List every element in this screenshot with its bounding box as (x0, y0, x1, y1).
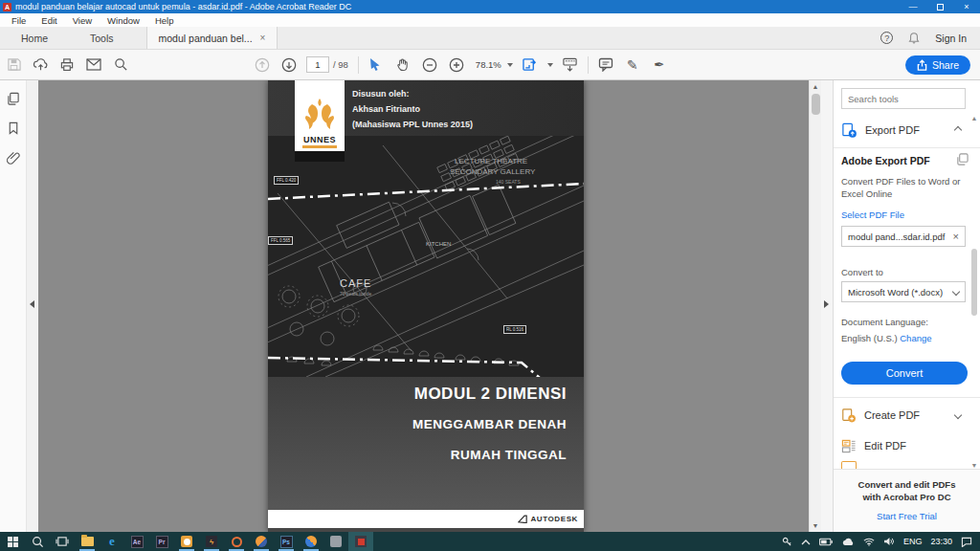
after-effects-button[interactable]: Ae (124, 532, 149, 551)
create-pdf-label: Create PDF (864, 409, 920, 421)
sidebar-scroll-up-icon[interactable]: ▲ (969, 115, 979, 121)
menu-file[interactable]: File (4, 15, 33, 26)
battery-icon[interactable] (819, 538, 833, 546)
start-free-trial-link[interactable]: Start Free Trial (834, 511, 980, 521)
taskbar-search-button[interactable] (25, 532, 50, 551)
cover-title-band: MODUL 2 DIMENSI MENGGAMBAR DENAH RUMAH T… (268, 377, 584, 510)
utility-app-button[interactable] (323, 532, 348, 551)
windows-logo-icon (8, 537, 18, 547)
bell-icon[interactable] (908, 32, 920, 44)
previous-page-icon[interactable] (249, 53, 276, 77)
scroll-up-icon[interactable]: ▲ (810, 83, 821, 90)
convert-button[interactable]: Convert (841, 362, 968, 385)
minimize-button[interactable]: — (900, 0, 926, 13)
tray-key-icon[interactable] (782, 537, 792, 547)
action-center-icon[interactable] (961, 537, 972, 547)
menu-help[interactable]: Help (147, 15, 182, 26)
file-chip-close-icon[interactable]: × (953, 231, 959, 242)
scroll-thumb[interactable] (812, 94, 820, 115)
zoom-dropdown-caret[interactable] (507, 63, 513, 67)
attachments-icon[interactable] (7, 151, 20, 165)
document-language-row: English (U.S.) Change (841, 332, 963, 344)
chevron-up-icon[interactable] (954, 126, 962, 134)
tab-tools[interactable]: Tools (69, 27, 135, 49)
sidebar-scrollbar[interactable]: ▲ ▼ (969, 115, 979, 469)
tab-document[interactable]: modul panduan bel... × (146, 27, 278, 49)
menu-window[interactable]: Window (100, 15, 147, 26)
search-tools-input[interactable] (841, 88, 966, 109)
export-pdf-tool[interactable]: Export PDF (841, 119, 961, 142)
tab-home[interactable]: Home (0, 27, 69, 49)
page-number-input[interactable]: 1 (306, 56, 329, 73)
select-pdf-file-link[interactable]: Select PDF File (841, 209, 963, 221)
tab-close-icon[interactable]: × (260, 33, 266, 43)
scroll-down-icon[interactable]: ▼ (810, 522, 821, 529)
copy-pages-icon[interactable] (956, 153, 969, 165)
read-mode-icon[interactable] (557, 53, 584, 77)
share-button[interactable]: Share (905, 55, 970, 75)
cloud-upload-icon[interactable] (27, 53, 54, 77)
flash-app-button[interactable]: ϟ (199, 532, 224, 551)
page-thumbnails-icon[interactable] (7, 92, 20, 105)
next-page-icon[interactable] (276, 53, 302, 77)
comment-icon[interactable] (592, 53, 619, 77)
edit-pdf-tool[interactable]: Edit PDF (841, 434, 961, 457)
select-tool-icon[interactable] (363, 53, 390, 77)
task-view-button[interactable] (50, 532, 75, 551)
left-panel (0, 80, 27, 532)
menu-edit[interactable]: Edit (33, 15, 64, 26)
opera-button[interactable] (224, 532, 249, 551)
media-player-button[interactable] (174, 532, 199, 551)
save-icon[interactable] (0, 53, 27, 77)
tools-sidebar: Export PDF Adobe Export PDF Convert PDF … (833, 80, 980, 532)
premiere-button[interactable]: Pr (149, 532, 174, 551)
title-bar: A modul panduan belajar autocad untuk pe… (0, 0, 980, 13)
fill-sign-icon[interactable]: ✒ (646, 53, 673, 77)
selected-file-chip[interactable]: modul pand...sdar.id.pdf × (841, 226, 966, 247)
create-pdf-tool[interactable]: Create PDF (841, 404, 961, 427)
cover-title-line3: RUMAH TINGGAL (451, 448, 567, 462)
email-icon[interactable] (80, 53, 107, 77)
help-icon[interactable]: ? (880, 32, 893, 44)
language-indicator[interactable]: ENG (903, 537, 923, 546)
export-pdf-label: Export PDF (865, 124, 920, 136)
hand-tool-icon[interactable] (390, 53, 416, 77)
photoshop-button[interactable]: Ps (274, 532, 299, 551)
task-view-icon (56, 536, 69, 547)
edge-button[interactable]: e (100, 532, 124, 551)
highlight-pen-icon[interactable]: ✎ (619, 53, 646, 77)
acrobat-taskbar-button[interactable] (348, 532, 373, 551)
close-button[interactable]: × (953, 0, 980, 13)
file-chip-label: modul pand...sdar.id.pdf (848, 231, 945, 242)
sign-in-button[interactable]: Sign In (935, 33, 967, 44)
maximize-button[interactable] (926, 0, 953, 13)
wifi-icon[interactable] (863, 538, 875, 546)
bookmarks-icon[interactable] (8, 121, 19, 135)
print-icon[interactable] (54, 53, 80, 77)
tab-document-label: modul panduan bel... (159, 33, 253, 44)
search-icon[interactable] (107, 53, 134, 77)
clock[interactable]: 23:30 (930, 537, 952, 546)
page-fit-icon[interactable] (517, 53, 544, 77)
sidebar-scroll-down-icon[interactable]: ▼ (969, 462, 979, 469)
sidebar-scroll-thumb[interactable] (971, 249, 977, 316)
hidden-icons-chevron[interactable] (801, 539, 811, 545)
zoom-level[interactable]: 78.1% (476, 59, 501, 70)
zoom-out-icon[interactable] (416, 53, 443, 77)
right-panel-collapse[interactable] (821, 80, 833, 532)
change-language-link[interactable]: Change (900, 333, 931, 343)
onedrive-cloud-icon[interactable] (841, 538, 855, 546)
start-button[interactable] (0, 532, 25, 551)
zoom-in-icon[interactable] (443, 53, 470, 77)
firefox-button[interactable] (249, 532, 274, 551)
menu-view[interactable]: View (65, 15, 100, 26)
document-viewport[interactable]: Disusun oleh: Akhsan Fitrianto (Mahasisw… (38, 80, 809, 532)
page-fit-caret[interactable] (547, 63, 553, 67)
speaker-icon[interactable] (883, 537, 895, 546)
browser-button[interactable] (299, 532, 323, 551)
create-pdf-chevron-icon[interactable] (954, 411, 962, 419)
format-dropdown[interactable]: Microsoft Word (*.docx) (841, 281, 966, 302)
file-explorer-button[interactable] (75, 532, 100, 551)
document-scrollbar[interactable]: ▲ ▼ (809, 80, 821, 532)
left-panel-collapse[interactable] (27, 80, 38, 532)
